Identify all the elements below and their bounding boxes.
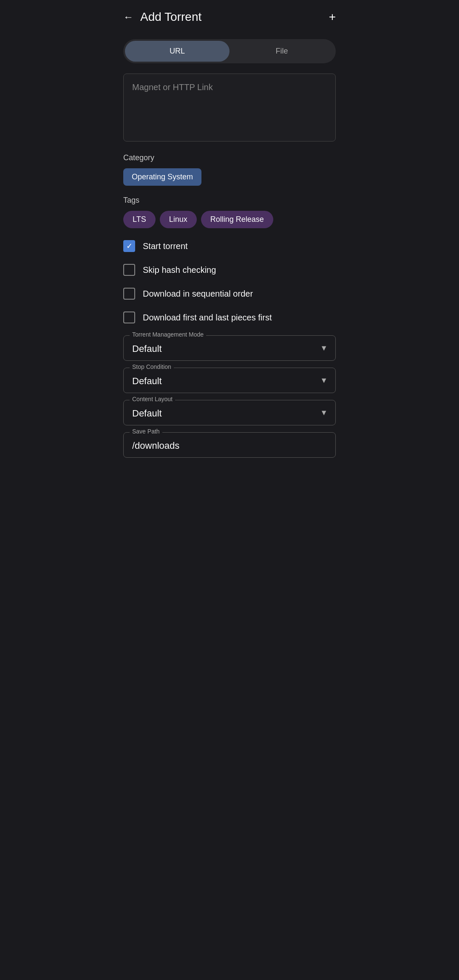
torrent-management-arrow-icon: ▼ <box>320 344 328 353</box>
tab-file[interactable]: File <box>230 41 334 62</box>
stop-condition-dropdown[interactable]: Stop Condition Default ▼ <box>123 368 336 393</box>
category-chip[interactable]: Operating System <box>123 168 201 186</box>
tags-label: Tags <box>123 196 336 205</box>
skip-hash-checkbox[interactable] <box>123 264 135 276</box>
torrent-management-legend: Torrent Management Mode <box>130 331 206 338</box>
save-path-field[interactable]: Save Path /downloads <box>123 432 336 458</box>
first-last-label: Download first and last pieces first <box>143 313 272 323</box>
back-button[interactable]: ← <box>123 11 133 23</box>
content-area: URL File Category Operating System Tags … <box>115 32 344 465</box>
sequential-checkbox[interactable] <box>123 288 135 300</box>
tags-container: LTS Linux Rolling Release <box>123 211 336 228</box>
header: ← Add Torrent + <box>115 0 344 32</box>
tag-rolling-release[interactable]: Rolling Release <box>201 211 273 228</box>
header-left: ← Add Torrent <box>123 10 201 24</box>
content-layout-legend: Content Layout <box>130 396 175 402</box>
tab-url[interactable]: URL <box>125 41 230 62</box>
stop-condition-value: Default <box>132 376 162 386</box>
url-input[interactable] <box>123 74 336 142</box>
tag-lts[interactable]: LTS <box>123 211 156 228</box>
content-layout-arrow-icon: ▼ <box>320 408 328 417</box>
content-layout-value: Default <box>132 408 162 419</box>
save-path-value: /downloads <box>132 440 179 451</box>
checkbox-row-start-torrent: ✓ Start torrent <box>123 240 336 252</box>
tags-section: Tags LTS Linux Rolling Release <box>123 196 336 228</box>
tab-switcher: URL File <box>123 39 336 63</box>
stop-condition-arrow-icon: ▼ <box>320 376 328 385</box>
sequential-label: Download in sequential order <box>143 289 253 299</box>
tag-linux[interactable]: Linux <box>160 211 197 228</box>
stop-condition-legend: Stop Condition <box>130 363 174 370</box>
add-button[interactable]: + <box>329 10 336 24</box>
start-torrent-checkbox[interactable]: ✓ <box>123 240 135 252</box>
checkbox-row-first-last: Download first and last pieces first <box>123 312 336 323</box>
checkbox-row-sequential: Download in sequential order <box>123 288 336 300</box>
checkbox-row-skip-hash: Skip hash checking <box>123 264 336 276</box>
page-title: Add Torrent <box>140 10 201 24</box>
torrent-management-dropdown[interactable]: Torrent Management Mode Default ▼ <box>123 335 336 361</box>
first-last-checkbox[interactable] <box>123 312 135 323</box>
category-label: Category <box>123 153 336 162</box>
checkmark-icon: ✓ <box>126 242 133 250</box>
torrent-management-value: Default <box>132 343 162 354</box>
content-layout-dropdown[interactable]: Content Layout Default ▼ <box>123 400 336 425</box>
start-torrent-label: Start torrent <box>143 241 188 251</box>
save-path-legend: Save Path <box>130 428 162 435</box>
skip-hash-label: Skip hash checking <box>143 265 216 275</box>
